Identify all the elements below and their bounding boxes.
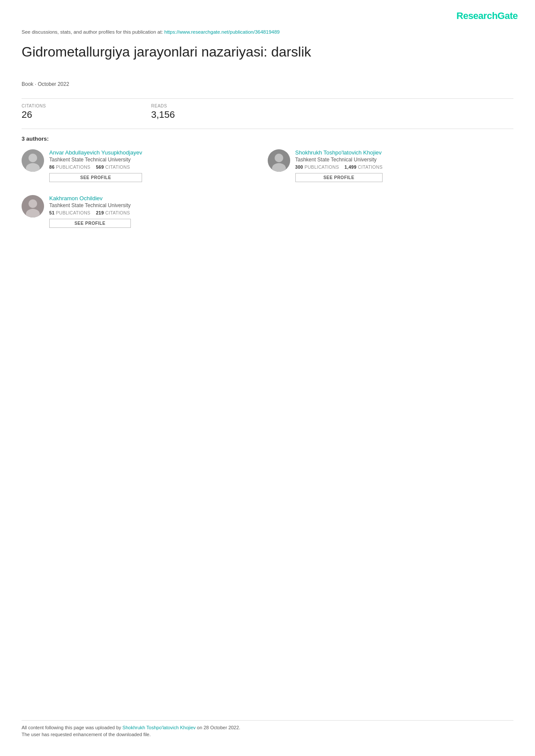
author-cit-label-3: CITATIONS bbox=[105, 210, 130, 215]
author-cit-count-2: 1,499 bbox=[345, 164, 357, 170]
avatar-3 bbox=[22, 195, 44, 217]
footer-uploader-link[interactable]: Shokhrukh Toshpo'latovich Khojiev bbox=[123, 725, 196, 730]
citations-value: 26 bbox=[22, 109, 151, 120]
author-cit-label-2: CITATIONS bbox=[358, 164, 383, 170]
author-card-2: Shokhrukh Toshpo'latovich Khojiev Tashke… bbox=[268, 149, 514, 182]
author-university-2: Tashkent State Technical University bbox=[295, 157, 383, 163]
authors-grid: Anvar Abdullayevich Yusupkhodjayev Tashk… bbox=[22, 149, 513, 228]
author-university-1: Tashkent State Technical University bbox=[49, 157, 142, 163]
researchgate-logo: ResearchGate bbox=[456, 10, 518, 22]
see-profile-button-3[interactable]: SEE PROFILE bbox=[49, 219, 131, 228]
footer-line-1: All content following this page was uplo… bbox=[22, 725, 513, 730]
citations-label: CITATIONS bbox=[22, 104, 151, 108]
publication-type: Book bbox=[22, 81, 33, 87]
author-pub-label-3: PUBLICATIONS bbox=[56, 210, 91, 215]
top-notice: See discussions, stats, and author profi… bbox=[22, 29, 280, 35]
author-name-3[interactable]: Kakhramon Ochildiev bbox=[49, 195, 131, 202]
author-university-3: Tashkent State Technical University bbox=[49, 202, 131, 208]
author-info-3: Kakhramon Ochildiev Tashkent State Techn… bbox=[49, 195, 131, 228]
author-card-3: Kakhramon Ochildiev Tashkent State Techn… bbox=[22, 195, 268, 228]
footer-suffix: on 28 October 2022. bbox=[196, 725, 240, 730]
book-date: Book · October 2022 bbox=[22, 81, 69, 87]
author-stats-2: 300 PUBLICATIONS 1,499 CITATIONS bbox=[295, 164, 383, 170]
author-name-2[interactable]: Shokhrukh Toshpo'latovich Khojiev bbox=[295, 149, 383, 156]
svg-point-7 bbox=[28, 199, 37, 208]
author-pub-label-2: PUBLICATIONS bbox=[304, 164, 339, 170]
avatar-2 bbox=[268, 149, 290, 172]
author-pub-count-2: 300 bbox=[295, 164, 303, 170]
author-info-2: Shokhrukh Toshpo'latovich Khojiev Tashke… bbox=[295, 149, 383, 182]
svg-point-4 bbox=[275, 154, 283, 162]
authors-heading: 3 authors: bbox=[22, 135, 49, 142]
publication-date: October 2022 bbox=[38, 81, 69, 87]
divider-top bbox=[22, 98, 513, 99]
divider-bottom bbox=[22, 129, 513, 129]
svg-point-1 bbox=[28, 154, 37, 162]
footer: All content following this page was uplo… bbox=[22, 720, 513, 739]
author-stats-3: 51 PUBLICATIONS 219 CITATIONS bbox=[49, 210, 131, 215]
stats-section: CITATIONS 26 READS 3,156 bbox=[22, 104, 513, 120]
author-pub-label-1: PUBLICATIONS bbox=[56, 164, 91, 170]
avatar-1 bbox=[22, 149, 44, 172]
citations-block: CITATIONS 26 bbox=[22, 104, 151, 120]
reads-value: 3,156 bbox=[151, 109, 281, 120]
author-info-1: Anvar Abdullayevich Yusupkhodjayev Tashk… bbox=[49, 149, 142, 182]
page-title: Gidrometallurgiya jarayonlari nazariyasi… bbox=[22, 43, 513, 61]
see-profile-button-1[interactable]: SEE PROFILE bbox=[49, 173, 142, 182]
author-stats-1: 86 PUBLICATIONS 569 CITATIONS bbox=[49, 164, 142, 170]
author-cit-label-1: CITATIONS bbox=[105, 164, 130, 170]
author-pub-count-1: 86 bbox=[49, 164, 54, 170]
footer-line-2: The user has requested enhancement of th… bbox=[22, 732, 513, 737]
footer-prefix: All content following this page was uplo… bbox=[22, 725, 123, 730]
author-card-1: Anvar Abdullayevich Yusupkhodjayev Tashk… bbox=[22, 149, 268, 182]
author-name-1[interactable]: Anvar Abdullayevich Yusupkhodjayev bbox=[49, 149, 142, 156]
author-cit-count-1: 569 bbox=[96, 164, 104, 170]
publication-link[interactable]: https://www.researchgate.net/publication… bbox=[165, 29, 280, 35]
see-profile-button-2[interactable]: SEE PROFILE bbox=[295, 173, 383, 182]
top-notice-text: See discussions, stats, and author profi… bbox=[22, 29, 165, 35]
author-cit-count-3: 219 bbox=[96, 210, 104, 215]
reads-block: READS 3,156 bbox=[151, 104, 281, 120]
author-pub-count-3: 51 bbox=[49, 210, 54, 215]
reads-label: READS bbox=[151, 104, 281, 108]
